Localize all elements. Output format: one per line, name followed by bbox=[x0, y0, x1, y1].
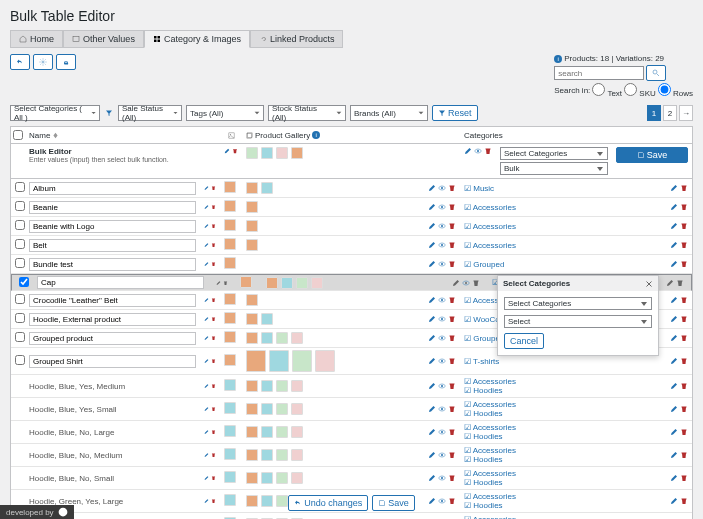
row-gal-edit-icon[interactable] bbox=[428, 184, 436, 192]
row-delete-icon[interactable] bbox=[680, 222, 688, 230]
row-delete-icon[interactable] bbox=[680, 405, 688, 413]
product-name-input[interactable] bbox=[29, 294, 196, 307]
row-edit-icon[interactable] bbox=[670, 428, 678, 436]
row-gal-delete-icon[interactable] bbox=[448, 334, 456, 342]
row-gal-delete-icon[interactable] bbox=[448, 184, 456, 192]
row-delete-icon[interactable] bbox=[680, 296, 688, 304]
row-gal-edit-icon[interactable] bbox=[428, 315, 436, 323]
category-link[interactable]: ☑ Accessories bbox=[464, 222, 516, 231]
row-edit-icon[interactable] bbox=[670, 241, 678, 249]
row-delete-icon[interactable] bbox=[211, 382, 216, 390]
row-delete-icon[interactable] bbox=[223, 279, 228, 287]
settings-button[interactable] bbox=[33, 54, 53, 70]
row-edit-icon[interactable] bbox=[204, 405, 209, 413]
bulk-select-categories[interactable]: Select Categories bbox=[500, 147, 608, 160]
row-edit-icon[interactable] bbox=[204, 222, 209, 230]
row-checkbox[interactable] bbox=[15, 332, 25, 342]
row-edit-icon[interactable] bbox=[670, 203, 678, 211]
row-checkbox[interactable] bbox=[15, 201, 25, 211]
bulk-select-action[interactable]: Bulk bbox=[500, 162, 608, 175]
bulk-save-button[interactable]: Save bbox=[616, 147, 688, 163]
row-gal-delete-icon[interactable] bbox=[448, 451, 456, 459]
undo-button[interactable] bbox=[10, 54, 30, 70]
row-gal-view-icon[interactable] bbox=[438, 184, 446, 192]
row-gal-delete-icon[interactable] bbox=[472, 279, 480, 287]
filter-tags[interactable]: Tags (All) bbox=[186, 105, 264, 121]
product-name-input[interactable] bbox=[29, 239, 196, 252]
category-link[interactable]: ☑ Accessories bbox=[464, 203, 516, 212]
row-edit-icon[interactable] bbox=[670, 382, 678, 390]
row-checkbox[interactable] bbox=[15, 220, 25, 230]
row-gal-view-icon[interactable] bbox=[438, 222, 446, 230]
select-all[interactable] bbox=[13, 130, 23, 140]
row-gal-delete-icon[interactable] bbox=[448, 428, 456, 436]
row-checkbox[interactable] bbox=[15, 182, 25, 192]
row-checkbox[interactable] bbox=[15, 258, 25, 268]
row-edit-icon[interactable] bbox=[204, 241, 209, 249]
row-delete-icon[interactable] bbox=[680, 357, 688, 365]
row-gal-edit-icon[interactable] bbox=[428, 451, 436, 459]
row-delete-icon[interactable] bbox=[211, 474, 216, 482]
row-delete-icon[interactable] bbox=[680, 203, 688, 211]
row-edit-icon[interactable] bbox=[670, 260, 678, 268]
row-delete-icon[interactable] bbox=[680, 260, 688, 268]
filter-categories[interactable]: Select Categories ( All ) bbox=[10, 105, 100, 121]
row-delete-icon[interactable] bbox=[211, 260, 216, 268]
row-edit-icon[interactable] bbox=[204, 260, 209, 268]
row-gal-view-icon[interactable] bbox=[438, 357, 446, 365]
row-gal-view-icon[interactable] bbox=[438, 334, 446, 342]
row-edit-icon[interactable] bbox=[204, 296, 209, 304]
row-edit-icon[interactable] bbox=[216, 279, 221, 287]
row-delete-icon[interactable] bbox=[211, 203, 216, 211]
tab-other-values[interactable]: Other Values bbox=[63, 30, 144, 48]
product-name-input[interactable] bbox=[29, 220, 196, 233]
row-edit-icon[interactable] bbox=[204, 184, 209, 192]
popup-select-categories[interactable]: Select Categories bbox=[504, 297, 652, 310]
row-delete-icon[interactable] bbox=[211, 315, 216, 323]
row-edit-icon[interactable] bbox=[204, 334, 209, 342]
popup-cancel-button[interactable]: Cancel bbox=[504, 333, 544, 349]
row-gal-edit-icon[interactable] bbox=[428, 222, 436, 230]
row-edit-icon[interactable] bbox=[204, 203, 209, 211]
tab-linked-products[interactable]: Linked Products bbox=[250, 30, 344, 48]
row-gal-delete-icon[interactable] bbox=[448, 382, 456, 390]
row-gal-view-icon[interactable] bbox=[438, 474, 446, 482]
row-delete-icon[interactable] bbox=[211, 451, 216, 459]
row-delete-icon[interactable] bbox=[680, 451, 688, 459]
row-edit-icon[interactable] bbox=[204, 474, 209, 482]
row-delete-icon[interactable] bbox=[680, 184, 688, 192]
row-gal-edit-icon[interactable] bbox=[428, 474, 436, 482]
row-gal-edit-icon[interactable] bbox=[428, 357, 436, 365]
row-gal-delete-icon[interactable] bbox=[448, 315, 456, 323]
row-gal-edit-icon[interactable] bbox=[428, 203, 436, 211]
row-gal-delete-icon[interactable] bbox=[448, 474, 456, 482]
row-edit-icon[interactable] bbox=[666, 279, 674, 287]
radio-rows[interactable]: Rows bbox=[658, 83, 693, 98]
category-link[interactable]: ☑ Accessories bbox=[464, 241, 516, 250]
row-gal-delete-icon[interactable] bbox=[448, 260, 456, 268]
bulk-img-delete-icon[interactable] bbox=[232, 147, 238, 155]
row-gal-view-icon[interactable] bbox=[438, 260, 446, 268]
row-checkbox[interactable] bbox=[15, 313, 25, 323]
product-name-input[interactable] bbox=[29, 258, 196, 271]
row-delete-icon[interactable] bbox=[211, 222, 216, 230]
filter-stock-status[interactable]: Stock Status (All) bbox=[268, 105, 346, 121]
footer-undo-button[interactable]: Undo changes bbox=[288, 495, 368, 511]
row-delete-icon[interactable] bbox=[680, 315, 688, 323]
row-delete-icon[interactable] bbox=[211, 428, 216, 436]
row-edit-icon[interactable] bbox=[204, 357, 209, 365]
product-name-input[interactable] bbox=[37, 276, 204, 289]
radio-text[interactable]: Text bbox=[592, 83, 622, 98]
row-delete-icon[interactable] bbox=[680, 382, 688, 390]
row-delete-icon[interactable] bbox=[211, 334, 216, 342]
row-gal-view-icon[interactable] bbox=[462, 279, 470, 287]
row-delete-icon[interactable] bbox=[680, 241, 688, 249]
tab-home[interactable]: Home bbox=[10, 30, 63, 48]
row-checkbox[interactable] bbox=[15, 294, 25, 304]
page-1[interactable]: 1 bbox=[647, 105, 661, 121]
row-gal-delete-icon[interactable] bbox=[448, 222, 456, 230]
row-gal-view-icon[interactable] bbox=[438, 296, 446, 304]
row-delete-icon[interactable] bbox=[680, 428, 688, 436]
row-edit-icon[interactable] bbox=[204, 428, 209, 436]
search-input[interactable] bbox=[554, 66, 644, 80]
